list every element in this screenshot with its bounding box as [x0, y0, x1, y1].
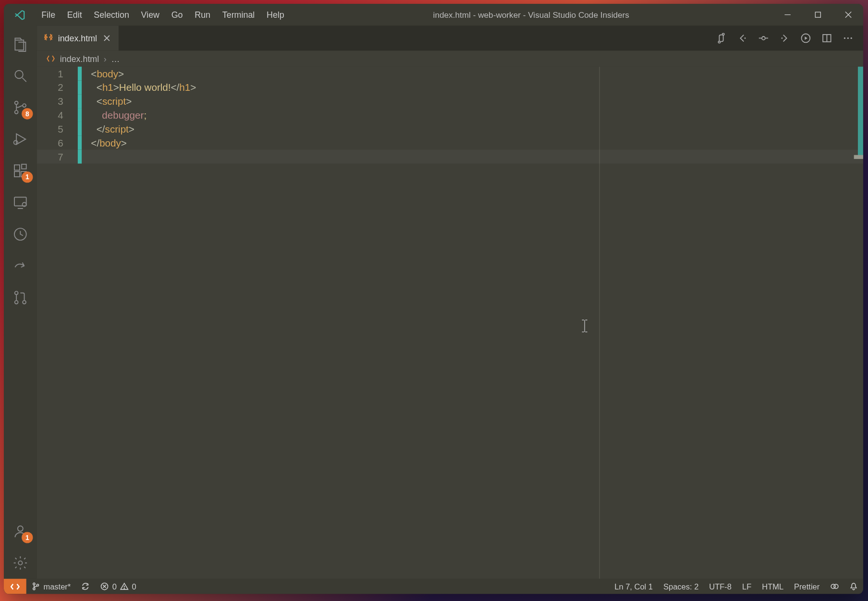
formatter-status[interactable]: Prettier — [789, 579, 825, 594]
menu-view[interactable]: View — [135, 4, 165, 25]
commit-node-icon[interactable] — [755, 30, 772, 47]
svg-point-28 — [762, 37, 765, 40]
svg-point-25 — [718, 41, 720, 43]
menu-go[interactable]: Go — [165, 4, 189, 25]
menu-selection[interactable]: Selection — [88, 4, 135, 25]
source-control-icon[interactable]: 8 — [4, 92, 37, 123]
maximize-button[interactable] — [803, 4, 833, 25]
close-button[interactable] — [833, 4, 863, 25]
html-file-icon — [43, 32, 53, 44]
tab-close-icon[interactable] — [102, 33, 112, 43]
svg-point-6 — [15, 101, 18, 105]
code-line[interactable]: 7 — [37, 150, 863, 164]
live-share-icon[interactable] — [4, 250, 37, 282]
activity-bar: 8 1 1 — [4, 25, 37, 578]
go-forward-icon[interactable] — [776, 30, 794, 47]
line-number: 4 — [37, 108, 78, 122]
breadcrumbs[interactable]: index.html › … — [37, 51, 863, 67]
line-number: 1 — [37, 67, 78, 81]
git-gutter — [78, 150, 82, 164]
menu-run[interactable]: Run — [189, 4, 217, 25]
git-gutter — [78, 67, 82, 81]
code-content[interactable]: <h1>Hello world!</h1> — [91, 80, 196, 94]
git-gutter — [78, 108, 82, 122]
svg-rect-13 — [22, 164, 26, 169]
code-line[interactable]: 3 <script> — [37, 94, 863, 108]
encoding-status[interactable]: UTF-8 — [704, 579, 737, 594]
code-line[interactable]: 5 </script> — [37, 122, 863, 136]
go-back-icon[interactable] — [734, 30, 751, 47]
eol-status[interactable]: LF — [737, 579, 757, 594]
explorer-icon[interactable] — [4, 28, 37, 60]
editor-actions — [706, 25, 863, 50]
notifications-bell-icon[interactable] — [844, 579, 863, 594]
window-controls — [772, 4, 863, 25]
problems-status[interactable]: 0 0 — [95, 579, 142, 594]
svg-point-20 — [23, 301, 26, 304]
timeline-icon[interactable] — [4, 219, 37, 250]
minimize-button[interactable] — [772, 4, 802, 25]
svg-point-26 — [722, 33, 724, 35]
indentation-status[interactable]: Spaces: 2 — [658, 579, 704, 594]
svg-point-8 — [23, 104, 26, 107]
feedback-icon[interactable] — [825, 579, 844, 594]
code-line[interactable]: 1<body> — [37, 67, 863, 81]
minimap[interactable] — [854, 67, 863, 579]
extensions-badge: 1 — [22, 172, 33, 183]
menu-bar: File Edit Selection View Go Run Terminal… — [36, 4, 290, 25]
search-icon[interactable] — [4, 60, 37, 92]
git-pr-icon[interactable] — [4, 282, 37, 313]
code-line[interactable]: 4 debugger; — [37, 108, 863, 122]
code-content[interactable]: </script> — [91, 122, 134, 136]
menu-edit[interactable]: Edit — [61, 4, 88, 25]
minimap-slider[interactable] — [858, 67, 863, 158]
git-gutter — [78, 122, 82, 136]
split-editor-icon[interactable] — [819, 30, 836, 47]
status-bar: master* 0 0 Ln 7, Col 1 Spaces: 2 UTF-8 … — [4, 579, 863, 594]
minimap-mark — [854, 155, 863, 159]
svg-point-27 — [745, 37, 746, 39]
menu-file[interactable]: File — [36, 4, 61, 25]
svg-point-9 — [14, 140, 18, 144]
remote-explorer-icon[interactable] — [4, 187, 37, 219]
run-file-icon[interactable] — [797, 30, 815, 47]
breadcrumb-more[interactable]: … — [111, 54, 120, 64]
code-content[interactable]: <script> — [91, 94, 132, 108]
account-icon[interactable]: 1 — [4, 515, 37, 547]
more-actions-icon[interactable] — [839, 30, 856, 47]
line-number: 6 — [37, 136, 78, 150]
run-debug-icon[interactable] — [4, 123, 37, 155]
menu-terminal[interactable]: Terminal — [216, 4, 260, 25]
line-number: 5 — [37, 122, 78, 136]
window-title: index.html - web-worker - Visual Studio … — [290, 10, 772, 19]
cursor-position[interactable]: Ln 7, Col 1 — [609, 579, 658, 594]
svg-point-36 — [847, 37, 849, 39]
svg-rect-1 — [815, 12, 820, 17]
git-branch[interactable]: master* — [26, 579, 76, 594]
menu-help[interactable]: Help — [261, 4, 290, 25]
settings-gear-icon[interactable] — [4, 547, 37, 579]
code-content[interactable]: <body> — [91, 67, 124, 81]
svg-point-37 — [851, 37, 852, 39]
svg-point-31 — [782, 37, 783, 39]
code-content[interactable]: debugger; — [91, 108, 147, 122]
chevron-right-icon: › — [104, 54, 107, 64]
editor-group: index.html index.html › … — [37, 25, 863, 578]
code-content[interactable]: </body> — [91, 136, 127, 150]
code-line[interactable]: 6</body> — [37, 136, 863, 150]
toggle-changes-icon[interactable] — [713, 30, 730, 47]
editor-tabs: index.html — [37, 25, 863, 50]
svg-rect-10 — [14, 165, 20, 170]
tab-index-html[interactable]: index.html — [37, 25, 120, 50]
language-mode[interactable]: HTML — [757, 579, 789, 594]
code-line[interactable]: 2 <h1>Hello world!</h1> — [37, 80, 863, 94]
sync-button[interactable] — [76, 579, 95, 594]
git-gutter — [78, 136, 82, 150]
extensions-icon[interactable]: 1 — [4, 155, 37, 187]
text-editor[interactable]: 1<body>2 <h1>Hello world!</h1>3 <script>… — [37, 67, 863, 579]
remote-indicator[interactable] — [4, 579, 26, 594]
breadcrumb-file[interactable]: index.html — [60, 54, 99, 64]
svg-point-35 — [844, 37, 845, 39]
svg-point-38 — [33, 583, 35, 585]
title-bar: File Edit Selection View Go Run Terminal… — [4, 4, 863, 25]
